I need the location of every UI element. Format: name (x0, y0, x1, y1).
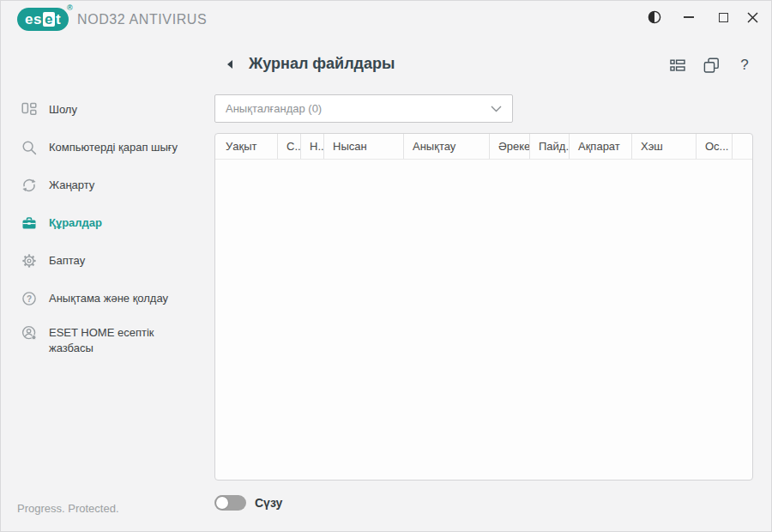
overview-icon (21, 102, 37, 118)
header-actions: ? (669, 57, 753, 74)
svg-text:?: ? (27, 294, 32, 304)
log-table: Уақыт С... Н... Нысан Анықтау Әрекет Пай… (214, 133, 753, 481)
sidebar-item-label: Жаңарту (49, 178, 94, 193)
brand-tagline: Progress. Protected. (17, 502, 119, 515)
sidebar-item-label: Компьютерді қарап шығу (49, 140, 178, 155)
eset-logo: eset ® (17, 8, 69, 31)
close-icon[interactable] (738, 0, 767, 34)
app-window: eset ® NOD32 ANTIVIRUS (0, 0, 772, 532)
column-header-2[interactable]: Н... (301, 134, 324, 159)
sidebar-item-setup[interactable]: Баптау (21, 253, 202, 269)
page-title: Журнал файлдары (249, 55, 395, 73)
column-header-action[interactable]: Әрекет (490, 134, 530, 159)
filter-toggle[interactable] (214, 495, 246, 511)
table-body-empty (215, 160, 752, 480)
help-icon[interactable]: ? (736, 57, 753, 74)
sidebar-item-label: ESET HOME есептік жазбасы (49, 325, 188, 356)
sidebar-item-label: Баптау (49, 253, 85, 269)
sidebar: Шолу Компьютерді қарап шығу Жаңарту (0, 41, 214, 532)
table-header-row: Уақыт С... Н... Нысан Анықтау Әрекет Пай… (215, 134, 752, 160)
column-header-9[interactable]: Ос... (697, 134, 733, 159)
sidebar-item-update[interactable]: Жаңарту (21, 178, 202, 193)
theme-toggle-icon[interactable] (640, 0, 669, 34)
sidebar-item-help-support[interactable]: ? Анықтама және қолдау (21, 291, 202, 306)
sidebar-item-label: Құралдар (49, 215, 102, 231)
column-header-object[interactable]: Нысан (324, 134, 404, 159)
sidebar-item-tools[interactable]: Құралдар (21, 215, 202, 231)
account-icon (21, 325, 37, 341)
content-header: Журнал файлдары ? (214, 51, 753, 86)
filter-toggle-label: Сүзу (255, 496, 282, 510)
sidebar-item-overview[interactable]: Шолу (21, 102, 202, 118)
sidebar-item-eset-home-account[interactable]: ESET HOME есептік жазбасы (21, 325, 202, 356)
logo-text-2: e (43, 12, 55, 27)
product-name: NOD32 ANTIVIRUS (77, 12, 207, 27)
column-header-hash[interactable]: Хэш (632, 134, 697, 159)
filter-row: Сүзу (214, 495, 282, 511)
log-type-dropdown[interactable]: Анықталғандар (0) (214, 94, 513, 123)
logo-text-3: t (56, 11, 61, 28)
column-header-user[interactable]: Пайд... (530, 134, 570, 159)
update-icon (21, 178, 37, 193)
copy-icon[interactable] (703, 57, 720, 74)
tools-icon (21, 215, 37, 231)
column-header-filler (733, 134, 752, 159)
titlebar: eset ® NOD32 ANTIVIRUS (0, 0, 772, 41)
sidebar-item-label: Анықтама және қолдау (49, 291, 168, 306)
sidebar-item-label: Шолу (49, 102, 77, 118)
back-button[interactable] (225, 58, 238, 72)
logo-text-1: es (25, 11, 42, 28)
column-header-time[interactable]: Уақыт (215, 134, 278, 159)
computer-scan-icon (21, 140, 37, 155)
minimize-icon[interactable] (674, 0, 703, 34)
sidebar-item-computer-scan[interactable]: Компьютерді қарап шығу (21, 140, 202, 155)
view-selector-icon[interactable] (669, 57, 686, 74)
column-header-1[interactable]: С... (278, 134, 301, 159)
dropdown-selected-value: Анықталғандар (0) (226, 102, 491, 115)
maximize-icon[interactable] (709, 0, 738, 34)
chevron-down-icon (491, 106, 502, 112)
registered-mark: ® (67, 3, 73, 12)
column-header-information[interactable]: Ақпарат (570, 134, 632, 159)
help-circle-icon: ? (21, 291, 37, 306)
column-header-detection[interactable]: Анықтау (404, 134, 490, 159)
toggle-knob (216, 497, 228, 509)
setup-gear-icon (21, 253, 37, 269)
eset-logo-badge: eset ® (17, 8, 69, 31)
